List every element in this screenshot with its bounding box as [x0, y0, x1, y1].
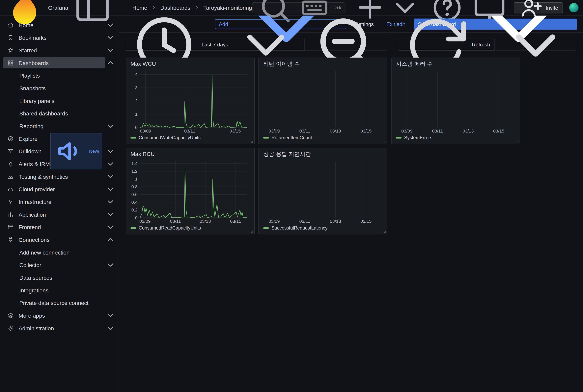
sidebar-row: Application: [3, 208, 116, 221]
svg-text:03/11: 03/11: [300, 219, 310, 224]
chevron-down-icon[interactable]: [105, 158, 116, 170]
main-content: Add Settings Exit edit Save dashboard La…: [119, 16, 583, 392]
chevron-down-icon[interactable]: [105, 120, 116, 132]
chevron-down-icon[interactable]: [105, 19, 116, 30]
bar-chart-icon: [7, 211, 14, 218]
panel-chart-area[interactable]: 03/0903/1103/1303/15: [262, 159, 383, 224]
svg-text:3: 3: [135, 85, 138, 90]
search-box[interactable]: ⌘+k: [252, 2, 345, 13]
sidebar-item-bookmarks[interactable]: Bookmarks: [3, 32, 105, 43]
chevron-down-icon[interactable]: [105, 32, 116, 43]
sidebar-item-infrastructure[interactable]: Infrastructure: [3, 196, 105, 207]
chevron-down-icon[interactable]: [105, 45, 116, 56]
cloud-icon: [7, 186, 14, 192]
chevron-down-icon[interactable]: [105, 259, 116, 270]
sidebar-item-frontend[interactable]: Frontend: [3, 222, 105, 232]
chevron-down-icon[interactable]: [105, 310, 116, 321]
sidebar-item-testing-synthetics[interactable]: Testing & synthetics: [3, 171, 105, 182]
panel-title[interactable]: 성공 응답 지연시간: [259, 148, 387, 158]
sidebar-item-alerts-irm[interactable]: Alerts & IRM: [3, 158, 105, 170]
chevron-down-icon[interactable]: [105, 171, 116, 182]
svg-text:03/15: 03/15: [360, 128, 372, 134]
sidebar-item-more-apps[interactable]: More apps: [3, 310, 105, 321]
sidebar-item-collector[interactable]: Collector: [3, 259, 105, 270]
panel-title[interactable]: Max WCU: [126, 58, 254, 68]
sidebar-item-label: Application: [19, 211, 46, 218]
svg-text:03/13: 03/13: [200, 219, 211, 224]
sidebar-item-starred[interactable]: Starred: [3, 45, 105, 56]
panel-resize-handle[interactable]: [249, 138, 254, 143]
svg-text:03/11: 03/11: [300, 128, 310, 134]
sidebar-item-snapshots[interactable]: Snapshots: [3, 82, 116, 94]
panel-max-rcu: Max RCU00.20.40.60.811.21.403/0903/1103/…: [126, 148, 255, 234]
svg-text:03/15: 03/15: [229, 128, 241, 134]
sidebar-item-dashboards[interactable]: Dashboards: [3, 57, 105, 68]
breadcrumb-item-dashboards[interactable]: Dashboards: [160, 4, 190, 11]
chevron-down-icon[interactable]: [105, 184, 116, 194]
svg-text:0.8: 0.8: [131, 184, 138, 189]
sidebar-item-integrations[interactable]: Integrations: [3, 284, 116, 296]
panel-resize-handle[interactable]: [514, 138, 519, 143]
panel-chart-area[interactable]: 00.20.40.60.811.21.403/0903/1103/1303/15: [130, 159, 251, 224]
sidebar-item-cloud-provider[interactable]: Cloud provider: [3, 184, 105, 194]
sidebar-item-label: Infrastructure: [19, 198, 52, 205]
svg-text:03/09: 03/09: [269, 219, 280, 224]
sidebar-item-drilldown[interactable]: DrilldownNew!: [3, 146, 105, 157]
panel-resize-handle[interactable]: [249, 229, 254, 234]
chevron-down-icon[interactable]: [105, 222, 116, 232]
svg-text:03/09: 03/09: [139, 219, 151, 224]
chevron-down-icon[interactable]: [105, 209, 116, 220]
search-shortcut-label: ⌘+k: [331, 5, 341, 10]
refresh-button[interactable]: Refresh: [398, 39, 494, 50]
sidebar-item-playlists[interactable]: Playlists: [3, 70, 116, 81]
legend-item[interactable]: ConsumedWriteCapacityUnits: [126, 134, 254, 144]
panel-chart-area[interactable]: 0123403/0903/1203/15: [130, 68, 251, 134]
svg-text:03/15: 03/15: [360, 219, 372, 224]
panel-resize-handle[interactable]: [382, 138, 387, 143]
chevron-down-icon[interactable]: [105, 322, 116, 334]
sidebar-item-home[interactable]: Home: [3, 19, 105, 30]
panel-returneditemcount: 리턴 아이템 수03/0903/1103/1303/15ReturnedItem…: [258, 58, 387, 144]
sidebar-item-reporting[interactable]: Reporting: [3, 120, 105, 132]
svg-text:0.4: 0.4: [131, 200, 138, 205]
sidebar-item-private-data-source-connect[interactable]: Private data source connect: [3, 297, 116, 308]
svg-text:03/12: 03/12: [184, 128, 195, 134]
legend-item[interactable]: SuccessfulRequestLatency: [259, 224, 387, 234]
sidebar-item-library-panels[interactable]: Library panels: [3, 95, 116, 106]
panel-title[interactable]: Max RCU: [126, 148, 254, 158]
zoom-out-button[interactable]: [305, 39, 388, 50]
legend-item[interactable]: SystemErrors: [392, 134, 520, 144]
sidebar-item-label: Dashboards: [19, 60, 49, 66]
refresh-interval-dropdown[interactable]: [494, 39, 577, 50]
sidebar-item-label: Starred: [19, 47, 37, 53]
user-avatar[interactable]: [569, 3, 579, 12]
time-range-picker[interactable]: Last 7 days: [125, 39, 305, 50]
add-label: Add: [219, 21, 228, 27]
sidebar: HomeBookmarksStarredDashboardsPlaylistsS…: [0, 16, 119, 392]
sidebar-item-label: Snapshots: [19, 85, 46, 91]
breadcrumb-item-taroyaki-monitoring: Taroyaki-monitoring: [203, 4, 252, 11]
sidebar-item-add-new-connection[interactable]: Add new connection: [3, 246, 116, 258]
breadcrumb: HomeDashboardsTaroyaki-monitoring: [132, 4, 252, 11]
panel-resize-handle[interactable]: [382, 229, 387, 234]
sidebar-item-shared-dashboards[interactable]: Shared dashboards: [3, 108, 116, 119]
sidebar-row: Reporting: [3, 120, 116, 132]
legend-item[interactable]: ConsumedReadCapacityUnits: [126, 224, 254, 234]
panel-chart-area[interactable]: 03/0903/1103/1303/15: [262, 69, 383, 134]
panel-title[interactable]: 리턴 아이템 수: [259, 58, 387, 68]
sidebar-item-administration[interactable]: Administration: [3, 322, 105, 334]
panel-title[interactable]: 시스템 에러 수: [392, 58, 520, 68]
sidebar-item-label: Library panels: [19, 98, 54, 104]
chevron-down-icon[interactable]: [105, 146, 116, 157]
legend-item[interactable]: ReturnedItemCount: [259, 134, 387, 144]
breadcrumb-item-home[interactable]: Home: [132, 4, 147, 11]
panel-chart-area[interactable]: 03/0903/1103/1303/15: [395, 69, 516, 134]
sidebar-item-connections[interactable]: Connections: [3, 234, 105, 245]
chevron-up-icon[interactable]: [105, 57, 116, 68]
sidebar-item-data-sources[interactable]: Data sources: [3, 272, 116, 283]
sidebar-item-application[interactable]: Application: [3, 209, 105, 220]
chevron-down-icon[interactable]: [105, 196, 116, 207]
svg-text:4: 4: [135, 72, 138, 77]
invite-button[interactable]: Invite: [514, 2, 563, 13]
chevron-up-icon[interactable]: [105, 234, 116, 245]
